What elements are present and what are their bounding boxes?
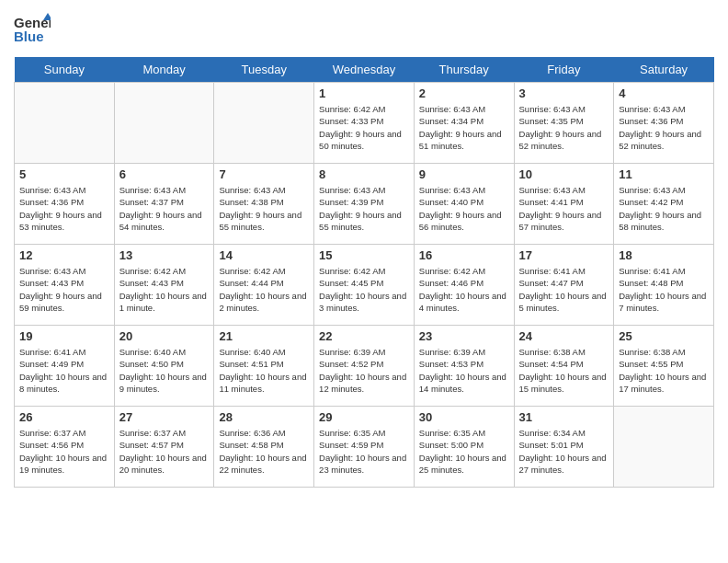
day-info: Sunrise: 6:42 AM Sunset: 4:44 PM Dayligh… [219, 265, 309, 314]
day-number: 31 [519, 410, 609, 424]
day-cell: 1Sunrise: 6:42 AM Sunset: 4:33 PM Daylig… [314, 83, 415, 164]
day-cell: 27Sunrise: 6:37 AM Sunset: 4:57 PM Dayli… [114, 407, 214, 488]
weekday-header-tuesday: Tuesday [214, 57, 314, 83]
day-cell: 26Sunrise: 6:37 AM Sunset: 4:56 PM Dayli… [15, 407, 115, 488]
day-cell: 15Sunrise: 6:42 AM Sunset: 4:45 PM Dayli… [314, 245, 415, 326]
week-row-1: 1Sunrise: 6:42 AM Sunset: 4:33 PM Daylig… [15, 83, 714, 164]
weekday-header-friday: Friday [514, 57, 614, 83]
day-info: Sunrise: 6:38 AM Sunset: 4:55 PM Dayligh… [619, 346, 709, 395]
day-info: Sunrise: 6:42 AM Sunset: 4:33 PM Dayligh… [319, 103, 409, 152]
day-number: 15 [319, 248, 409, 262]
day-cell [114, 83, 214, 164]
day-cell: 24Sunrise: 6:38 AM Sunset: 4:54 PM Dayli… [514, 326, 614, 407]
day-info: Sunrise: 6:39 AM Sunset: 4:52 PM Dayligh… [319, 346, 409, 395]
day-number: 14 [219, 248, 309, 262]
day-cell: 31Sunrise: 6:34 AM Sunset: 5:01 PM Dayli… [514, 407, 614, 488]
svg-text:Blue: Blue [14, 29, 44, 44]
day-cell: 6Sunrise: 6:43 AM Sunset: 4:37 PM Daylig… [114, 164, 214, 245]
day-info: Sunrise: 6:43 AM Sunset: 4:40 PM Dayligh… [419, 184, 509, 233]
day-info: Sunrise: 6:43 AM Sunset: 4:39 PM Dayligh… [319, 184, 409, 233]
day-number: 27 [119, 410, 210, 424]
day-info: Sunrise: 6:42 AM Sunset: 4:45 PM Dayligh… [319, 265, 409, 314]
page: General Blue SundayMondayTuesdayWednesda… [0, 0, 728, 563]
day-number: 20 [119, 329, 210, 343]
day-number: 23 [419, 329, 509, 343]
day-cell: 11Sunrise: 6:43 AM Sunset: 4:42 PM Dayli… [614, 164, 714, 245]
day-number: 21 [219, 329, 309, 343]
day-number: 4 [619, 86, 709, 100]
day-info: Sunrise: 6:43 AM Sunset: 4:35 PM Dayligh… [519, 103, 609, 152]
day-number: 10 [519, 167, 609, 181]
day-info: Sunrise: 6:42 AM Sunset: 4:46 PM Dayligh… [419, 265, 509, 314]
day-cell: 10Sunrise: 6:43 AM Sunset: 4:41 PM Dayli… [514, 164, 614, 245]
day-cell: 16Sunrise: 6:42 AM Sunset: 4:46 PM Dayli… [414, 245, 514, 326]
weekday-header-wednesday: Wednesday [314, 57, 415, 83]
day-number: 25 [619, 329, 709, 343]
weekday-header-thursday: Thursday [414, 57, 514, 83]
day-cell: 21Sunrise: 6:40 AM Sunset: 4:51 PM Dayli… [214, 326, 314, 407]
day-number: 13 [119, 248, 210, 262]
day-info: Sunrise: 6:37 AM Sunset: 4:57 PM Dayligh… [119, 427, 210, 476]
day-info: Sunrise: 6:38 AM Sunset: 4:54 PM Dayligh… [519, 346, 609, 395]
day-number: 5 [19, 167, 109, 181]
day-cell: 25Sunrise: 6:38 AM Sunset: 4:55 PM Dayli… [614, 326, 714, 407]
week-row-4: 19Sunrise: 6:41 AM Sunset: 4:49 PM Dayli… [15, 326, 714, 407]
weekday-header-row: SundayMondayTuesdayWednesdayThursdayFrid… [15, 57, 714, 83]
day-number: 1 [319, 86, 409, 100]
header: General Blue [14, 9, 714, 50]
day-info: Sunrise: 6:43 AM Sunset: 4:36 PM Dayligh… [19, 184, 109, 233]
day-info: Sunrise: 6:39 AM Sunset: 4:53 PM Dayligh… [419, 346, 509, 395]
week-row-5: 26Sunrise: 6:37 AM Sunset: 4:56 PM Dayli… [15, 407, 714, 488]
day-number: 11 [619, 167, 709, 181]
day-number: 12 [19, 248, 109, 262]
day-info: Sunrise: 6:43 AM Sunset: 4:42 PM Dayligh… [619, 184, 709, 233]
day-cell: 9Sunrise: 6:43 AM Sunset: 4:40 PM Daylig… [414, 164, 514, 245]
week-row-2: 5Sunrise: 6:43 AM Sunset: 4:36 PM Daylig… [15, 164, 714, 245]
day-cell: 18Sunrise: 6:41 AM Sunset: 4:48 PM Dayli… [614, 245, 714, 326]
day-cell: 2Sunrise: 6:43 AM Sunset: 4:34 PM Daylig… [414, 83, 514, 164]
day-info: Sunrise: 6:37 AM Sunset: 4:56 PM Dayligh… [19, 427, 109, 476]
day-info: Sunrise: 6:42 AM Sunset: 4:43 PM Dayligh… [119, 265, 210, 314]
day-number: 28 [219, 410, 309, 424]
day-info: Sunrise: 6:41 AM Sunset: 4:49 PM Dayligh… [19, 346, 109, 395]
day-info: Sunrise: 6:35 AM Sunset: 5:00 PM Dayligh… [419, 427, 509, 476]
day-info: Sunrise: 6:41 AM Sunset: 4:47 PM Dayligh… [519, 265, 609, 314]
day-info: Sunrise: 6:43 AM Sunset: 4:37 PM Dayligh… [119, 184, 210, 233]
day-cell: 8Sunrise: 6:43 AM Sunset: 4:39 PM Daylig… [314, 164, 415, 245]
logo-mark: General Blue [14, 9, 51, 50]
day-number: 3 [519, 86, 609, 100]
day-cell: 4Sunrise: 6:43 AM Sunset: 4:36 PM Daylig… [614, 83, 714, 164]
day-cell: 14Sunrise: 6:42 AM Sunset: 4:44 PM Dayli… [214, 245, 314, 326]
day-number: 17 [519, 248, 609, 262]
day-number: 6 [119, 167, 210, 181]
day-cell: 20Sunrise: 6:40 AM Sunset: 4:50 PM Dayli… [114, 326, 214, 407]
day-cell: 13Sunrise: 6:42 AM Sunset: 4:43 PM Dayli… [114, 245, 214, 326]
day-number: 9 [419, 167, 509, 181]
day-cell [614, 407, 714, 488]
day-info: Sunrise: 6:36 AM Sunset: 4:58 PM Dayligh… [219, 427, 309, 476]
day-cell [214, 83, 314, 164]
day-number: 29 [319, 410, 409, 424]
day-number: 18 [619, 248, 709, 262]
weekday-header-monday: Monday [114, 57, 214, 83]
calendar-table: SundayMondayTuesdayWednesdayThursdayFrid… [14, 57, 714, 488]
day-number: 7 [219, 167, 309, 181]
day-number: 19 [19, 329, 109, 343]
day-cell: 3Sunrise: 6:43 AM Sunset: 4:35 PM Daylig… [514, 83, 614, 164]
day-cell: 23Sunrise: 6:39 AM Sunset: 4:53 PM Dayli… [414, 326, 514, 407]
day-number: 24 [519, 329, 609, 343]
day-info: Sunrise: 6:34 AM Sunset: 5:01 PM Dayligh… [519, 427, 609, 476]
day-number: 26 [19, 410, 109, 424]
day-cell: 30Sunrise: 6:35 AM Sunset: 5:00 PM Dayli… [414, 407, 514, 488]
day-number: 30 [419, 410, 509, 424]
day-number: 22 [319, 329, 409, 343]
day-cell: 28Sunrise: 6:36 AM Sunset: 4:58 PM Dayli… [214, 407, 314, 488]
day-cell: 7Sunrise: 6:43 AM Sunset: 4:38 PM Daylig… [214, 164, 314, 245]
day-info: Sunrise: 6:35 AM Sunset: 4:59 PM Dayligh… [319, 427, 409, 476]
day-info: Sunrise: 6:43 AM Sunset: 4:43 PM Dayligh… [19, 265, 109, 314]
week-row-3: 12Sunrise: 6:43 AM Sunset: 4:43 PM Dayli… [15, 245, 714, 326]
day-info: Sunrise: 6:43 AM Sunset: 4:41 PM Dayligh… [519, 184, 609, 233]
day-info: Sunrise: 6:43 AM Sunset: 4:38 PM Dayligh… [219, 184, 309, 233]
day-cell: 17Sunrise: 6:41 AM Sunset: 4:47 PM Dayli… [514, 245, 614, 326]
weekday-header-saturday: Saturday [614, 57, 714, 83]
